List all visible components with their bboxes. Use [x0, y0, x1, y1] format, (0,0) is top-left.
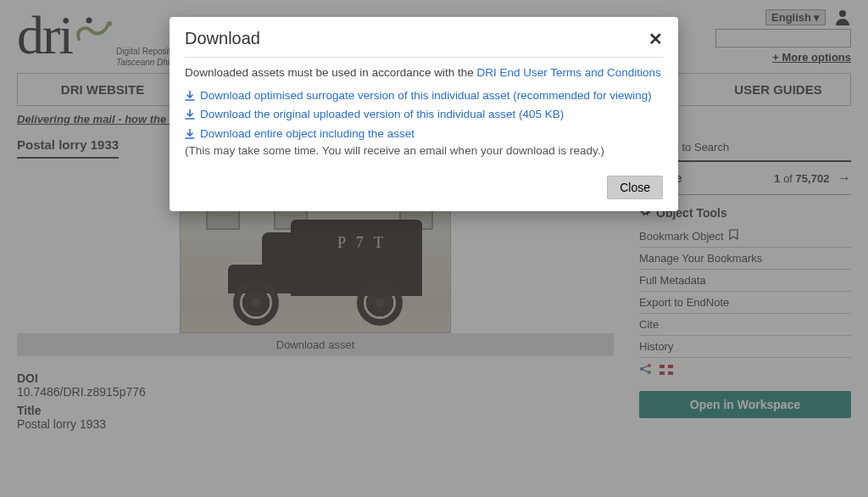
download-original-link[interactable]: Download the original uploaded version o…: [200, 106, 564, 123]
close-button[interactable]: Close: [607, 176, 663, 199]
download-note: (This may take some time. You will recei…: [185, 144, 663, 157]
download-optimised-link[interactable]: Download optimised surrogate version of …: [200, 87, 652, 104]
download-modal: Download ✕ Downloaded assets must be use…: [170, 17, 678, 211]
modal-intro: Downloaded assets must be used in accord…: [185, 66, 663, 79]
modal-title: Download: [185, 29, 260, 48]
terms-link[interactable]: DRI End User Terms and Conditions: [476, 66, 660, 79]
download-icon: [185, 127, 195, 144]
download-icon: [185, 108, 195, 125]
download-entire-object-link[interactable]: Download entire object including the ass…: [200, 126, 415, 142]
download-icon: [185, 89, 195, 106]
close-icon[interactable]: ✕: [648, 31, 663, 47]
